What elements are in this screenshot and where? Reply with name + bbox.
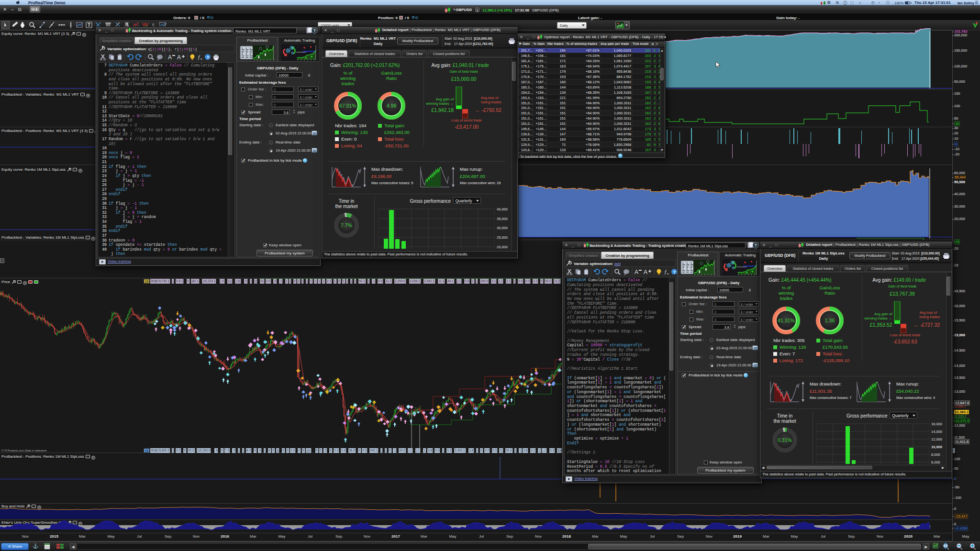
svg-text:x: x (667, 272, 669, 276)
svg-text:?: ? (207, 55, 210, 60)
svg-text:A: A (635, 269, 638, 276)
svg-text:?: ? (673, 270, 676, 275)
svg-text:?: ? (313, 28, 316, 33)
svg-text:A: A (177, 54, 181, 61)
svg-text:A: A (168, 54, 172, 61)
svg-text:A: A (644, 269, 647, 276)
svg-text:x: x (200, 57, 202, 61)
